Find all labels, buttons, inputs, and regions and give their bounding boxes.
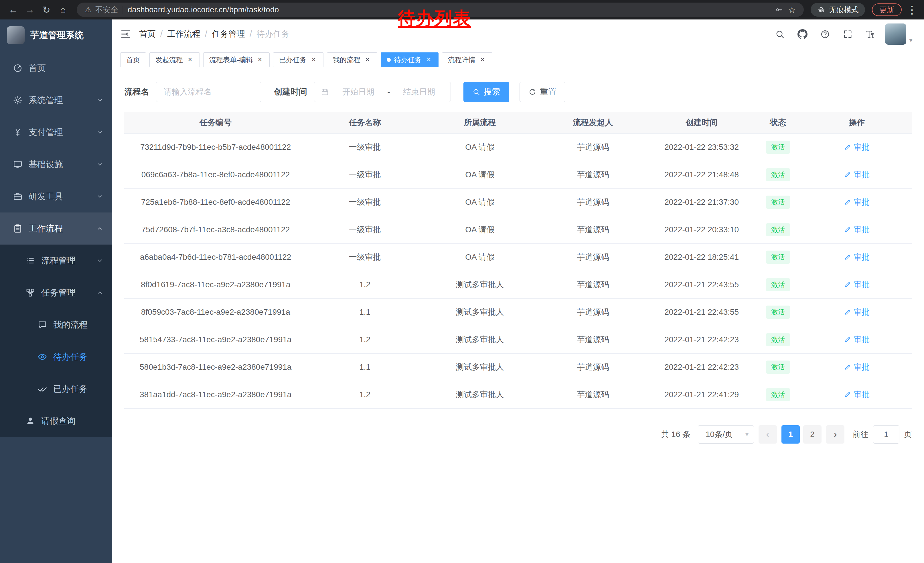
task-name-cell: 一级审批: [307, 216, 423, 243]
edit-icon: [844, 254, 851, 261]
view-tab[interactable]: 流程表单-编辑: [203, 53, 270, 67]
table-row: 73211d9d-7b9b-11ec-b5b7-acde48001122 一级审…: [124, 134, 912, 161]
bookmark-star-icon[interactable]: [788, 5, 796, 15]
browser-back-button[interactable]: [6, 3, 20, 17]
browser-update-button[interactable]: 更新: [872, 3, 902, 16]
github-icon[interactable]: [798, 29, 807, 39]
breadcrumb-item[interactable]: 任务管理: [212, 29, 256, 40]
approve-link[interactable]: 审批: [844, 389, 870, 400]
approve-link[interactable]: 审批: [844, 224, 870, 235]
status-badge: 激活: [766, 360, 790, 374]
fullscreen-icon[interactable]: [843, 29, 853, 39]
approve-link[interactable]: 审批: [844, 334, 870, 345]
prev-page-button[interactable]: [759, 425, 777, 444]
approve-link[interactable]: 审批: [844, 197, 870, 208]
sidebar-item[interactable]: 基础设施: [0, 148, 112, 180]
approve-link[interactable]: 审批: [844, 279, 870, 290]
view-tab[interactable]: 待办任务: [381, 53, 438, 67]
search-button[interactable]: 搜索: [464, 82, 509, 102]
breadcrumb-item[interactable]: 工作流程: [167, 29, 212, 40]
status-badge: 激活: [766, 223, 790, 236]
chevron-icon: [96, 257, 104, 264]
close-icon[interactable]: [310, 56, 318, 63]
close-icon[interactable]: [479, 56, 486, 63]
view-tab[interactable]: 我的流程: [327, 53, 377, 67]
view-tab[interactable]: 首页: [120, 53, 146, 67]
close-icon[interactable]: [364, 56, 371, 63]
security-label: 不安全: [95, 5, 118, 15]
range-separator: -: [387, 87, 390, 96]
page-size-select[interactable]: 10条/页: [698, 425, 754, 444]
sidebar-item[interactable]: 已办任务: [0, 373, 112, 405]
task-name-cell: 一级审批: [307, 188, 423, 216]
breadcrumb-item[interactable]: 待办任务: [256, 29, 290, 40]
status-badge: 激活: [766, 333, 790, 346]
sidebar-item[interactable]: 请假查询: [0, 405, 112, 437]
sidebar-item-label: 已办任务: [53, 383, 104, 395]
divider: [123, 6, 123, 14]
help-icon[interactable]: [820, 29, 830, 39]
font-size-icon[interactable]: [866, 29, 875, 39]
tab-label: 首页: [126, 55, 140, 65]
approve-link[interactable]: 审批: [844, 142, 870, 153]
browser-forward-button[interactable]: [23, 3, 37, 17]
key-icon[interactable]: [775, 6, 783, 14]
app-title: 芋道管理系统: [30, 29, 84, 41]
date-range-picker[interactable]: 开始日期 - 结束日期: [314, 82, 451, 102]
sidebar-item[interactable]: 系统管理: [0, 84, 112, 116]
page-button[interactable]: 1: [782, 425, 800, 444]
sidebar-item[interactable]: 首页: [0, 52, 112, 84]
approve-link[interactable]: 审批: [844, 169, 870, 180]
app-logo-row[interactable]: 芋道管理系统: [0, 20, 112, 51]
user-avatar[interactable]: [885, 24, 906, 45]
sidebar-collapse-icon[interactable]: [120, 28, 132, 40]
sidebar-item[interactable]: 任务管理: [0, 277, 112, 309]
view-tab[interactable]: 已办任务: [273, 53, 324, 67]
sidebar-item-label: 支付管理: [28, 126, 96, 138]
close-icon[interactable]: [186, 56, 194, 63]
tab-label: 流程表单-编辑: [209, 55, 253, 65]
browser-menu-icon[interactable]: [906, 3, 918, 16]
table-row: 58154733-7ac8-11ec-a9e2-a2380e71991a 1.2…: [124, 326, 912, 353]
view-tab[interactable]: 发起流程: [149, 53, 200, 67]
gear-icon: [12, 95, 24, 105]
tab-label: 我的流程: [333, 55, 360, 65]
task-name-cell: 一级审批: [307, 161, 423, 188]
breadcrumb-item[interactable]: 首页: [139, 29, 167, 40]
clipboard-icon: [12, 224, 24, 233]
edit-icon: [844, 336, 851, 343]
create-time-label: 创建时间: [274, 86, 307, 98]
task-name-cell: 1.2: [307, 381, 423, 408]
sidebar-item-label: 系统管理: [28, 95, 96, 106]
user-menu[interactable]: [885, 24, 912, 45]
security-chip[interactable]: 不安全: [85, 5, 118, 15]
next-page-button[interactable]: [826, 425, 844, 444]
status-badge: 激活: [766, 388, 790, 401]
sidebar-item[interactable]: 研发工具: [0, 180, 112, 213]
column-header: 流程发起人: [537, 112, 649, 134]
page-button[interactable]: 2: [803, 425, 822, 444]
close-icon[interactable]: [256, 56, 264, 63]
sidebar-item[interactable]: 支付管理: [0, 116, 112, 148]
sidebar-item-label: 首页: [28, 62, 104, 74]
browser-home-button[interactable]: [56, 3, 70, 17]
view-tab[interactable]: 流程详情: [442, 53, 492, 67]
search-icon[interactable]: [775, 29, 785, 39]
process-name-input[interactable]: [156, 82, 261, 102]
sidebar-item[interactable]: 工作流程: [0, 213, 112, 245]
browser-reload-button[interactable]: [39, 3, 53, 17]
sidebar-item[interactable]: 流程管理: [0, 245, 112, 277]
sidebar-item[interactable]: 待办任务: [0, 341, 112, 373]
sidebar-item[interactable]: 我的流程: [0, 309, 112, 341]
process-cell: OA 请假: [423, 216, 537, 243]
approve-link[interactable]: 审批: [844, 252, 870, 263]
approve-link[interactable]: 审批: [844, 362, 870, 372]
close-icon[interactable]: [425, 56, 432, 63]
created-time-cell: 2022-01-22 18:25:41: [649, 243, 754, 271]
initiator-cell: 芋道源码: [537, 299, 649, 326]
filter-bar: 流程名 创建时间 开始日期 - 结束日期 搜索 重置: [112, 71, 924, 110]
reset-button[interactable]: 重置: [519, 82, 566, 102]
page-goto-input[interactable]: [873, 425, 899, 444]
approve-link[interactable]: 审批: [844, 307, 870, 318]
chevron-down-icon: [746, 431, 748, 438]
